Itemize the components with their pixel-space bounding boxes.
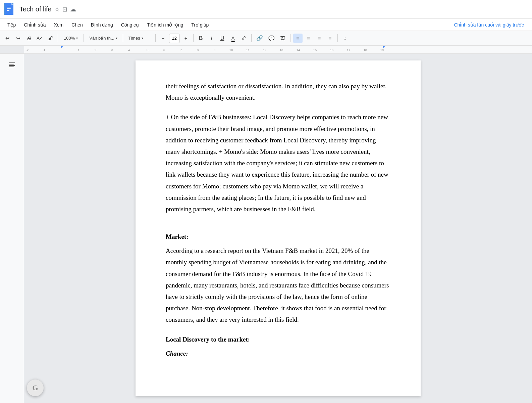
last-edit-link[interactable]: Chỉnh sửa lần cuối vài giây trước <box>454 22 528 28</box>
svg-text:9: 9 <box>214 48 215 52</box>
separator-7 <box>290 34 290 42</box>
menu-bar: Tệp Chỉnh sửa Xem Chèn Định dạng Công cụ… <box>0 19 532 31</box>
separator-8 <box>337 34 338 42</box>
grammarly-label: G <box>32 384 38 392</box>
font-size-display[interactable]: 12 <box>169 34 180 43</box>
zoom-arrow: ▾ <box>76 36 78 40</box>
svg-marker-28 <box>382 46 385 48</box>
grammarly-badge[interactable]: G <box>27 379 44 396</box>
paint-format-button[interactable]: 🖌 <box>46 34 55 43</box>
svg-marker-27 <box>60 46 63 48</box>
svg-text:17: 17 <box>347 48 350 52</box>
svg-text:5: 5 <box>147 48 148 52</box>
align-justify-button[interactable]: ≡ <box>325 34 335 43</box>
svg-text:16: 16 <box>330 48 333 52</box>
separator-6 <box>251 34 252 42</box>
font-label: Times <box>128 36 140 41</box>
svg-text:1: 1 <box>78 48 79 52</box>
svg-rect-31 <box>9 65 15 66</box>
svg-rect-29 <box>9 62 15 63</box>
menu-help[interactable]: Trợ giúp <box>188 21 212 29</box>
doc-spacer-2 <box>166 223 390 231</box>
separator-5 <box>193 34 194 42</box>
separator-4 <box>155 34 156 42</box>
link-button[interactable]: 🔗 <box>254 34 265 43</box>
align-left-button[interactable]: ≡ <box>293 34 303 43</box>
doc-text-intro: their feelings of satisfaction or dissat… <box>166 81 390 103</box>
ruler-svg: -2 -1 1 2 3 4 5 6 7 8 9 10 11 12 13 14 1… <box>24 46 532 53</box>
svg-text:-1: -1 <box>43 48 45 52</box>
title-bar: Tech of life ☆ ⊡ ☁ <box>0 0 532 19</box>
font-size-increase-button[interactable]: + <box>181 34 191 43</box>
menu-format[interactable]: Định dạng <box>88 21 116 29</box>
svg-rect-4 <box>7 10 9 11</box>
doc-para-business: + On the side of F&B businesses: Local D… <box>166 111 390 215</box>
line-spacing-button[interactable]: ↕ <box>340 34 350 43</box>
separator-2 <box>84 34 84 42</box>
doc-heading-local-discovery: Local Discovery to the market: <box>166 334 390 345</box>
style-label: Văn bản th... <box>89 36 114 41</box>
sidebar <box>0 54 24 403</box>
svg-text:13: 13 <box>280 48 283 52</box>
font-size-value: 12 <box>172 36 177 41</box>
svg-text:18: 18 <box>364 48 367 52</box>
svg-text:15: 15 <box>313 48 317 52</box>
doc-para-market: According to a research report on the Vi… <box>166 245 390 325</box>
menu-insert[interactable]: Chèn <box>68 21 86 29</box>
undo-button[interactable]: ↩ <box>3 34 12 43</box>
svg-text:14: 14 <box>297 48 300 52</box>
svg-text:7: 7 <box>180 48 182 52</box>
image-button[interactable]: 🖼 <box>278 34 287 43</box>
spell-check-button[interactable]: A✓ <box>35 34 44 43</box>
italic-button[interactable]: I <box>207 34 216 43</box>
bold-button[interactable]: B <box>196 34 206 43</box>
svg-text:4: 4 <box>128 48 130 52</box>
cloud-icon[interactable]: ☁ <box>70 6 76 13</box>
star-icon[interactable]: ☆ <box>54 6 60 13</box>
menu-edit[interactable]: Chỉnh sửa <box>20 21 49 29</box>
svg-text:19: 19 <box>380 48 384 52</box>
zoom-selector[interactable]: 100% ▾ <box>61 34 81 43</box>
redo-button[interactable]: ↪ <box>13 34 23 43</box>
google-docs-icon <box>4 3 16 16</box>
svg-text:3: 3 <box>111 48 113 52</box>
font-selector[interactable]: Times ▾ <box>126 34 153 43</box>
text-color-button[interactable]: A <box>228 34 238 43</box>
menu-extensions[interactable]: Tiện ích mở rộng <box>144 21 187 29</box>
comment-button[interactable]: 💬 <box>266 34 277 43</box>
svg-rect-2 <box>7 7 11 7</box>
menu-file[interactable]: Tệp <box>4 21 19 29</box>
zoom-value: 100% <box>64 36 75 41</box>
ruler-sidebar-space <box>0 46 24 53</box>
highlight-button[interactable]: 🖊 <box>239 34 249 43</box>
font-arrow: ▾ <box>142 36 143 40</box>
toolbar: ↩ ↪ 🖨 A✓ 🖌 100% ▾ Văn bản th... ▾ Times … <box>0 31 532 46</box>
separator-1 <box>58 34 58 42</box>
align-center-button[interactable]: ≡ <box>304 34 313 43</box>
doc-spacer-1 <box>166 103 390 111</box>
svg-text:8: 8 <box>197 48 199 52</box>
doc-subheading-chance: Chance: <box>166 348 390 359</box>
outline-icon <box>8 61 16 69</box>
svg-rect-32 <box>9 66 14 67</box>
menu-tools[interactable]: Công cụ <box>118 21 142 29</box>
main-layout: their feelings of satisfaction or dissat… <box>0 54 532 403</box>
font-size-decrease-button[interactable]: − <box>158 34 168 43</box>
doc-heading-market: Market: <box>166 231 390 242</box>
ruler-container: -2 -1 1 2 3 4 5 6 7 8 9 10 11 12 13 14 1… <box>0 46 532 54</box>
style-arrow: ▾ <box>116 36 117 40</box>
svg-rect-30 <box>9 64 14 64</box>
style-selector[interactable]: Văn bản th... ▾ <box>87 34 120 43</box>
document-title[interactable]: Tech of life <box>19 5 52 13</box>
svg-text:12: 12 <box>263 48 266 52</box>
ruler: -2 -1 1 2 3 4 5 6 7 8 9 10 11 12 13 14 1… <box>24 46 532 53</box>
outline-button[interactable] <box>6 59 18 71</box>
print-button[interactable]: 🖨 <box>24 34 34 43</box>
svg-text:10: 10 <box>229 48 233 52</box>
underline-button[interactable]: U <box>218 34 227 43</box>
svg-text:6: 6 <box>163 48 165 52</box>
folder-icon[interactable]: ⊡ <box>62 6 67 13</box>
document-page: their feelings of satisfaction or dissat… <box>136 60 421 396</box>
menu-view[interactable]: Xem <box>51 21 67 29</box>
align-right-button[interactable]: ≡ <box>315 34 324 43</box>
